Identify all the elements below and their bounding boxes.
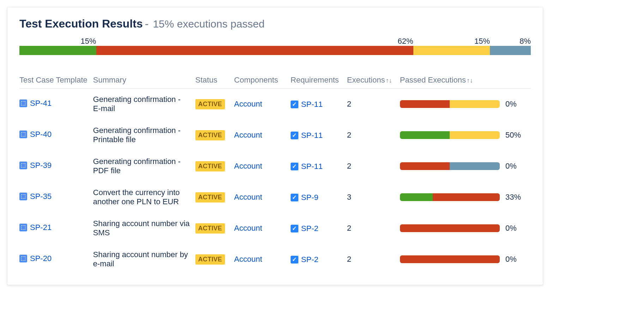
component-link[interactable]: Account — [234, 162, 262, 170]
template-icon — [19, 162, 27, 169]
col-header-status[interactable]: Status — [195, 72, 234, 89]
template-icon — [19, 99, 27, 107]
col-header-executions[interactable]: Executions↑↓ — [347, 72, 400, 89]
check-icon: ✓ — [291, 194, 298, 201]
check-icon: ✓ — [291, 132, 298, 139]
template-icon — [19, 255, 27, 262]
test-case-link[interactable]: SP-35 — [19, 192, 51, 201]
test-case-key: SP-20 — [30, 254, 51, 263]
template-icon — [19, 193, 27, 200]
requirement-key: SP-11 — [301, 131, 323, 140]
check-icon: ✓ — [291, 225, 298, 232]
sort-icon: ↑↓ — [385, 77, 392, 84]
passed-executions-pct: 33% — [505, 193, 525, 202]
status-badge: ACTIVE — [195, 254, 225, 265]
summary-segment — [490, 46, 531, 55]
passed-executions-cell: 0% — [400, 162, 525, 171]
component-link[interactable]: Account — [234, 193, 262, 201]
passed-executions-pct: 0% — [505, 224, 525, 233]
table-header-row: Test Case Template Summary Status Compon… — [19, 72, 531, 89]
requirement-link[interactable]: ✓SP-11 — [291, 131, 323, 140]
table-row: SP-39Generating confirmation - PDF fileA… — [19, 151, 531, 182]
passed-executions-pct: 0% — [505, 255, 525, 264]
table-row: SP-40Generating confirmation - Printable… — [19, 120, 531, 151]
col-header-executions-label: Executions — [347, 75, 385, 84]
check-icon: ✓ — [291, 256, 298, 264]
results-table: Test Case Template Summary Status Compon… — [19, 72, 531, 275]
requirement-link[interactable]: ✓SP-2 — [291, 224, 318, 233]
test-case-key: SP-39 — [30, 161, 51, 170]
executions-cell: 2 — [347, 244, 400, 275]
col-header-passed[interactable]: Passed Executions↑↓ — [400, 72, 531, 89]
test-case-link[interactable]: SP-39 — [19, 161, 51, 170]
col-header-requirements-label: Requirements — [291, 75, 339, 84]
summary-cell: Sharing account number via SMS — [93, 213, 195, 244]
col-header-template-label: Test Case Template — [19, 75, 87, 84]
check-icon: ✓ — [291, 101, 298, 108]
requirement-key: SP-11 — [301, 162, 323, 171]
col-header-components[interactable]: Components — [234, 72, 291, 89]
bar-segment — [400, 255, 500, 263]
executions-cell: 2 — [347, 151, 400, 182]
summary-cell: Generating confirmation - E-mail — [93, 89, 195, 120]
summary-chart-labels: 15%62%15%8% — [19, 37, 531, 46]
passed-executions-cell: 33% — [400, 193, 525, 202]
test-case-key: SP-40 — [30, 130, 51, 139]
component-link[interactable]: Account — [234, 99, 262, 108]
status-badge: ACTIVE — [195, 223, 225, 234]
summary-segment-label: 62% — [397, 37, 413, 46]
requirement-key: SP-9 — [301, 193, 318, 202]
executions-cell: 2 — [347, 89, 400, 120]
page-title-row: Test Execution Results - 15% executions … — [19, 17, 531, 30]
bar-segment — [400, 193, 433, 201]
table-row: SP-35Convert the currency into another o… — [19, 182, 531, 213]
template-icon — [19, 224, 27, 231]
bar-segment — [450, 162, 500, 170]
summary-chart-bar — [19, 46, 531, 55]
bar-segment — [433, 193, 500, 201]
passed-executions-bar — [400, 162, 500, 170]
requirement-link[interactable]: ✓SP-11 — [291, 162, 323, 171]
bar-segment — [400, 224, 500, 232]
summary-segment — [413, 46, 490, 55]
requirement-link[interactable]: ✓SP-2 — [291, 255, 318, 264]
col-header-summary[interactable]: Summary — [93, 72, 195, 89]
passed-executions-cell: 50% — [400, 131, 525, 140]
col-header-components-label: Components — [234, 75, 278, 84]
passed-executions-bar — [400, 131, 500, 139]
test-case-key: SP-41 — [30, 99, 51, 108]
requirement-key: SP-2 — [301, 255, 318, 264]
test-case-key: SP-35 — [30, 192, 51, 201]
test-case-key: SP-21 — [30, 223, 51, 232]
summary-cell: Generating confirmation - Printable file — [93, 120, 195, 151]
requirement-key: SP-11 — [301, 100, 323, 109]
passed-executions-pct: 0% — [505, 162, 525, 171]
col-header-passed-label: Passed Executions — [400, 75, 466, 84]
summary-segment-label: 8% — [520, 37, 531, 46]
executions-cell: 2 — [347, 213, 400, 244]
test-case-link[interactable]: SP-40 — [19, 130, 51, 139]
passed-executions-pct: 0% — [505, 99, 525, 109]
summary-segment-label: 15% — [80, 37, 96, 46]
test-case-link[interactable]: SP-41 — [19, 99, 51, 108]
bar-segment — [400, 131, 450, 139]
requirement-link[interactable]: ✓SP-11 — [291, 100, 323, 109]
test-case-link[interactable]: SP-21 — [19, 223, 51, 232]
executions-cell: 2 — [347, 120, 400, 151]
col-header-status-label: Status — [195, 75, 217, 84]
passed-executions-pct: 50% — [505, 131, 525, 140]
requirement-link[interactable]: ✓SP-9 — [291, 193, 318, 202]
col-header-template[interactable]: Test Case Template — [19, 72, 93, 89]
col-header-summary-label: Summary — [93, 75, 126, 84]
component-link[interactable]: Account — [234, 255, 262, 264]
test-case-link[interactable]: SP-20 — [19, 254, 51, 263]
executions-cell: 3 — [347, 182, 400, 213]
col-header-requirements[interactable]: Requirements — [291, 72, 347, 89]
component-link[interactable]: Account — [234, 131, 262, 139]
bar-segment — [400, 100, 450, 108]
summary-segment — [19, 46, 96, 55]
title-separator: - — [145, 17, 149, 30]
component-link[interactable]: Account — [234, 224, 262, 232]
bar-segment — [400, 162, 450, 170]
status-badge: ACTIVE — [195, 161, 225, 171]
